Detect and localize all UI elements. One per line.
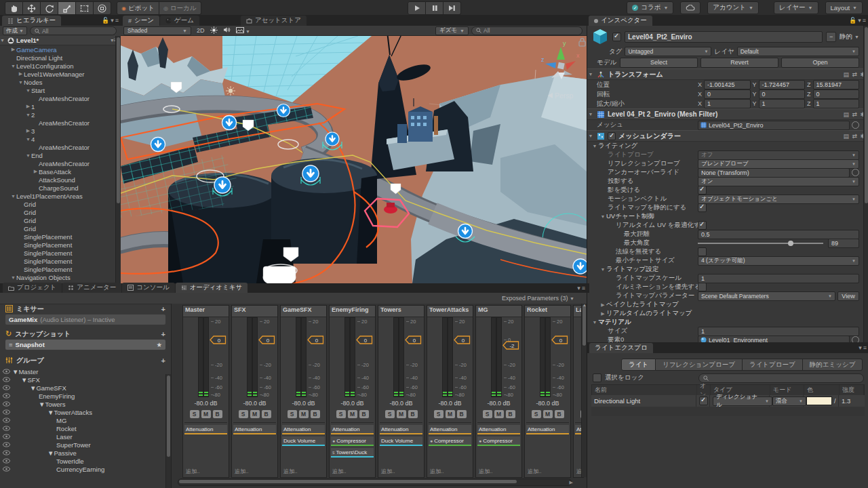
- light-intensity[interactable]: 1.3: [839, 395, 863, 407]
- group-row-toweridle[interactable]: TowerIdle: [0, 457, 171, 465]
- hierarchy-item-level1placementareas[interactable]: ▼Level1PlacementAreas: [0, 192, 121, 200]
- local-toggle[interactable]: ◎ ローカル: [159, 1, 201, 15]
- light-explorer-search-input[interactable]: [698, 373, 864, 383]
- group-row-laser[interactable]: Laser: [0, 432, 171, 441]
- solo-button[interactable]: S: [532, 410, 541, 418]
- visibility-eye-icon[interactable]: [0, 466, 12, 473]
- hierarchy-item-nodes[interactable]: ▼Nodes: [0, 78, 121, 86]
- group-row-towerattacks[interactable]: ▼TowerAttacks: [0, 408, 171, 416]
- light-mode-dropdown[interactable]: 混合▼: [772, 396, 806, 406]
- transform-header[interactable]: ▼ トランスフォーム ▤ ⇄ ✱: [587, 68, 868, 80]
- scene-audio-toggle[interactable]: [223, 26, 231, 35]
- add-effect-button[interactable]: 追加..: [528, 468, 541, 475]
- solo-button[interactable]: S: [288, 410, 297, 418]
- mesh-filter-header[interactable]: ▼ Level 04_Pt 2_Enviro (Mesh Filter) ▤ ⇄…: [587, 108, 868, 120]
- visibility-eye-icon[interactable]: [0, 441, 12, 449]
- visibility-eye-icon[interactable]: [0, 417, 12, 424]
- mute-button[interactable]: M: [250, 410, 260, 418]
- mixer-strip-master[interactable]: Master200-20-40-60-800-80.0 dBSMBAttenua…: [182, 305, 229, 478]
- add-mixer-button[interactable]: +: [161, 305, 165, 313]
- mixer-strip-mg[interactable]: MG200-20-40-60-80-2-80.0 dBSMBAttenuatio…: [475, 305, 522, 478]
- --dropdown[interactable]: Scene Default Parameters▼: [698, 291, 835, 301]
- bypass-button[interactable]: B: [408, 410, 418, 418]
- effect-duck-volume[interactable]: Duck Volume: [380, 436, 422, 446]
- strips-hscrollbar[interactable]: [178, 479, 572, 486]
- fader-handle[interactable]: 0: [356, 335, 373, 347]
- scene-search-input[interactable]: All: [471, 26, 583, 35]
- --field[interactable]: 1: [698, 327, 859, 336]
- hierarchy-item-attacksound[interactable]: AttackSound: [0, 176, 121, 184]
- bypass-button[interactable]: B: [311, 410, 320, 418]
- tree-arrow-icon[interactable]: ▶: [33, 169, 39, 174]
- gizmos-dropdown[interactable]: ギズモ▼: [435, 26, 469, 35]
- add-effect-button[interactable]: 追加..: [479, 468, 492, 475]
- add-group-button[interactable]: +: [161, 357, 165, 365]
- mute-button[interactable]: M: [446, 410, 455, 418]
- transform-y-field[interactable]: 1: [759, 99, 805, 108]
- group-row-passive[interactable]: ▼Passive: [0, 449, 171, 457]
- effect-attenuation[interactable]: Attenuation: [526, 425, 569, 434]
- fader-handle[interactable]: 0: [405, 335, 422, 347]
- --slider[interactable]: [698, 243, 823, 244]
- hierarchy-item-areameshcreator[interactable]: AreaMeshCreator: [0, 94, 121, 102]
- step-button[interactable]: [443, 1, 461, 15]
- group-row-mg[interactable]: MG: [0, 416, 171, 424]
- hierarchy-item-grid[interactable]: Grid: [0, 208, 121, 216]
- solo-button[interactable]: S: [239, 410, 248, 418]
- snapshot-star-icon[interactable]: ★: [156, 341, 162, 348]
- foldout-arrow-icon[interactable]: ▶: [599, 302, 606, 308]
- tree-arrow-icon[interactable]: ▼: [25, 113, 31, 117]
- hierarchy-item-level1wavemanager[interactable]: ▶Level1WaveManager: [0, 70, 121, 78]
- tab-scene[interactable]: # シーン: [123, 16, 159, 26]
- object-picker-icon[interactable]: [852, 336, 859, 342]
- fader-handle[interactable]: 0: [454, 335, 471, 347]
- transform-z-field[interactable]: 15.81947: [813, 80, 859, 89]
- mesh-object-field[interactable]: Level04_Pt2_Enviro: [698, 121, 850, 130]
- tree-arrow-icon[interactable]: ▼: [18, 80, 24, 85]
- mixer-strip-rocket[interactable]: Rocket200-20-40-60-800-80.0 dBSMBAttenua…: [524, 305, 571, 478]
- -uv--checkbox[interactable]: [698, 221, 707, 230]
- --field[interactable]: 1: [698, 274, 859, 283]
- bypass-button[interactable]: B: [213, 410, 222, 418]
- visibility-eye-icon[interactable]: [0, 376, 12, 384]
- renderer-enabled-checkbox[interactable]: [608, 132, 616, 140]
- component-header-icons[interactable]: ▤ ⇄ ✱: [843, 111, 866, 118]
- mixer-strip-sfx[interactable]: SFX200-20-40-60-800-80.0 dBSMBAttenuatio…: [231, 305, 278, 478]
- hierarchy-item-singleplacement[interactable]: SinglePlacement: [0, 265, 121, 273]
- object-name-field[interactable]: Level04_Pt2_Enviro: [625, 31, 823, 43]
- hierarchy-item-grid[interactable]: Grid: [0, 200, 121, 208]
- visibility-eye-icon[interactable]: [0, 409, 12, 416]
- --dropdown[interactable]: 4 (ステッチ可能)▼: [698, 256, 859, 266]
- visibility-eye-icon[interactable]: [0, 458, 12, 465]
- add-effect-button[interactable]: 追加..: [283, 468, 297, 475]
- hierarchy-item-1[interactable]: ▶1: [0, 102, 121, 110]
- hierarchy-item-singleplacement[interactable]: SinglePlacement: [0, 241, 121, 249]
- light-explorer-tab-3[interactable]: 静的エミッシブ: [803, 359, 863, 371]
- play-button[interactable]: [408, 1, 426, 15]
- hierarchy-item-areameshcreator[interactable]: AreaMeshCreator: [0, 143, 121, 151]
- effect-attenuation[interactable]: Attenuation: [429, 425, 471, 434]
- mute-button[interactable]: M: [348, 410, 357, 418]
- light-explorer-panel-menu[interactable]: ▾≡: [859, 344, 868, 351]
- effect-attenuation[interactable]: Attenuation: [233, 425, 276, 434]
- bypass-button[interactable]: B: [555, 410, 564, 418]
- solo-button[interactable]: S: [483, 410, 492, 418]
- account-button[interactable]: アカウント▼: [707, 1, 759, 14]
- foldout-arrow-icon[interactable]: ▶: [599, 311, 606, 317]
- visibility-eye-icon[interactable]: [0, 425, 12, 432]
- layer-dropdown[interactable]: Default▼: [737, 47, 859, 56]
- tree-arrow-icon[interactable]: ▶: [25, 128, 31, 134]
- hierarchy-item-singleplacement[interactable]: SinglePlacement: [0, 249, 121, 257]
- transform-tool-button[interactable]: [94, 1, 111, 15]
- tree-arrow-icon[interactable]: ▶: [10, 47, 16, 52]
- effect-compressor[interactable]: ●Compressor: [429, 436, 471, 446]
- transform-x-field[interactable]: 1: [704, 99, 750, 108]
- light-type-dropdown[interactable]: ディレクショナル▼: [713, 396, 772, 406]
- slider-thumb[interactable]: [788, 241, 793, 246]
- visibility-eye-icon[interactable]: [0, 449, 12, 457]
- tree-arrow-icon[interactable]: ▶: [18, 71, 24, 77]
- effect-attenuation[interactable]: Attenuation: [331, 425, 374, 434]
- mixer-strip-enemyfiring[interactable]: EnemyFiring200-20-40-60-800-80.0 dBSMBAt…: [329, 305, 376, 478]
- collab-button[interactable]: ✓ コラボ▼: [627, 1, 673, 14]
- effect-attenuation[interactable]: Attenuation: [184, 425, 227, 434]
